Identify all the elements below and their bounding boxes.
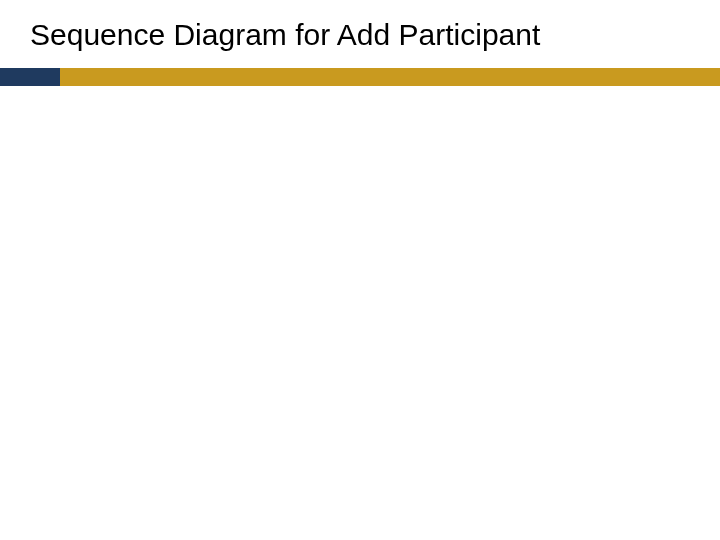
accent-bar-left-segment: [0, 68, 60, 86]
accent-bar: [0, 68, 720, 86]
slide-title: Sequence Diagram for Add Participant: [30, 18, 540, 52]
accent-bar-right-segment: [60, 68, 720, 86]
